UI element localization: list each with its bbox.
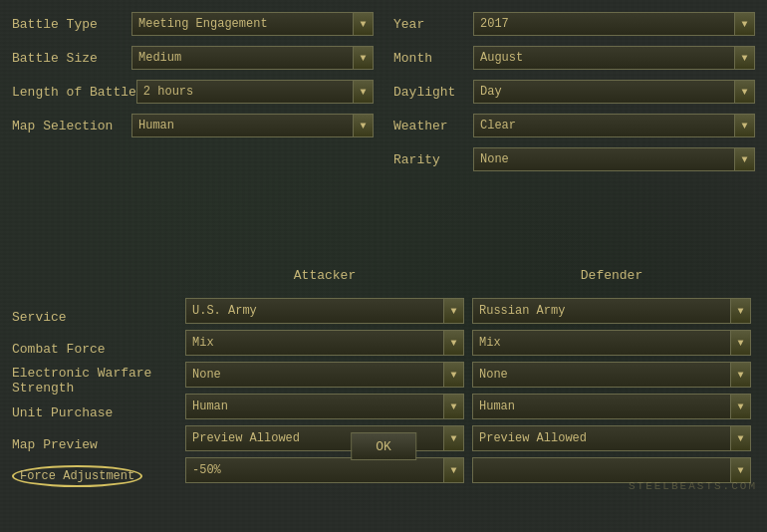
daylight-arrow: ▼	[734, 81, 754, 103]
defender-preview-row: Preview Allowed ▼	[468, 422, 755, 454]
watermark: STEELBEASTS.COM	[629, 480, 757, 492]
attacker-service-row: U.S. Army ▼	[181, 295, 468, 327]
row-labels-col: Service Combat Force Electronic Warfare …	[12, 261, 181, 492]
defender-header: Defender	[468, 261, 755, 289]
daylight-dropdown[interactable]: Day ▼	[473, 80, 755, 104]
length-battle-label: Length of Battle	[12, 85, 136, 100]
force-adjustment-label: Force Adjustment	[12, 460, 181, 492]
defender-service-dropdown[interactable]: Russian Army ▼	[472, 298, 751, 324]
battle-type-arrow: ▼	[353, 13, 373, 35]
month-label: Month	[393, 51, 473, 66]
defender-combat-row: Mix ▼	[468, 327, 755, 359]
daylight-row: Daylight Day ▼	[393, 78, 755, 106]
battle-type-row: Battle Type Meeting Engagement ▼	[12, 10, 374, 38]
battle-size-dropdown[interactable]: Medium ▼	[131, 46, 374, 70]
year-arrow: ▼	[734, 13, 754, 35]
daylight-value: Day	[480, 85, 502, 99]
length-battle-value: 2 hours	[143, 85, 193, 99]
service-label: Service	[12, 301, 181, 333]
defender-combat-dropdown[interactable]: Mix ▼	[472, 330, 751, 356]
attacker-unit-arrow: ▼	[443, 395, 463, 418]
attacker-ew-row: None ▼	[181, 359, 468, 391]
weather-row: Weather Clear ▼	[393, 112, 755, 139]
year-dropdown[interactable]: 2017 ▼	[473, 12, 755, 36]
attacker-service-dropdown[interactable]: U.S. Army ▼	[185, 298, 464, 324]
attacker-preview-row: Preview Allowed ▼	[181, 422, 468, 454]
rarity-dropdown[interactable]: None ▼	[473, 147, 755, 171]
map-selection-dropdown[interactable]: Human ▼	[131, 114, 374, 137]
ok-button[interactable]: OK	[351, 432, 416, 460]
attacker-unit-dropdown[interactable]: Human ▼	[185, 394, 464, 419]
battle-type-dropdown[interactable]: Meeting Engagement ▼	[131, 12, 374, 36]
battle-size-row: Battle Size Medium ▼	[12, 44, 374, 72]
defender-preview-dropdown[interactable]: Preview Allowed ▼	[472, 425, 751, 451]
attacker-unit-value: Human	[192, 399, 228, 413]
map-preview-label: Map Preview	[12, 428, 181, 460]
defender-combat-arrow: ▼	[730, 331, 750, 355]
defender-service-arrow: ▼	[730, 299, 750, 323]
battle-size-arrow: ▼	[353, 47, 373, 69]
defender-unit-dropdown[interactable]: Human ▼	[472, 394, 751, 419]
attacker-force-dropdown[interactable]: -50% ▼	[185, 457, 464, 483]
defender-combat-value: Mix	[479, 336, 501, 350]
attacker-service-value: U.S. Army	[192, 304, 257, 318]
attacker-combat-row: Mix ▼	[181, 327, 468, 359]
month-arrow: ▼	[734, 47, 754, 69]
defender-unit-value: Human	[479, 399, 515, 413]
year-label: Year	[393, 17, 473, 32]
defender-ew-value: None	[479, 368, 508, 382]
map-selection-row: Map Selection Human ▼	[12, 112, 374, 139]
defender-ew-row: None ▼	[468, 359, 755, 391]
attacker-ew-dropdown[interactable]: None ▼	[185, 362, 464, 388]
length-battle-arrow: ▼	[353, 81, 373, 103]
attacker-ew-arrow: ▼	[443, 363, 463, 387]
weather-label: Weather	[393, 119, 473, 133]
attacker-force-value: -50%	[192, 463, 221, 477]
defender-col: Defender Russian Army ▼ Mix ▼ None ▼	[468, 261, 755, 492]
defender-ew-arrow: ▼	[730, 363, 750, 387]
attacker-combat-arrow: ▼	[443, 331, 463, 355]
battle-type-value: Meeting Engagement	[138, 17, 268, 31]
weather-value: Clear	[480, 119, 516, 133]
map-selection-value: Human	[138, 119, 174, 133]
unit-purchase-label: Unit Purchase	[12, 397, 181, 428]
attacker-header: Attacker	[181, 261, 468, 289]
defender-preview-arrow: ▼	[730, 426, 750, 450]
rarity-label: Rarity	[393, 152, 473, 167]
defender-force-arrow: ▼	[730, 458, 750, 482]
battle-size-value: Medium	[138, 51, 181, 65]
defender-service-value: Russian Army	[479, 304, 565, 318]
battle-size-label: Battle Size	[12, 51, 131, 66]
combat-force-label: Combat Force	[12, 333, 181, 365]
attacker-preview-arrow: ▼	[443, 426, 463, 450]
attacker-force-row: -50% ▼	[181, 454, 468, 486]
map-selection-arrow: ▼	[353, 115, 373, 136]
month-value: August	[480, 51, 523, 65]
attacker-col: Attacker U.S. Army ▼ Mix ▼ None ▼	[181, 261, 468, 492]
attacker-combat-dropdown[interactable]: Mix ▼	[185, 330, 464, 356]
attacker-force-arrow: ▼	[443, 458, 463, 482]
attacker-ew-value: None	[192, 368, 221, 382]
attacker-combat-value: Mix	[192, 336, 214, 350]
defender-unit-arrow: ▼	[730, 395, 750, 418]
month-row: Month August ▼	[393, 44, 755, 72]
defender-unit-row: Human ▼	[468, 391, 755, 422]
length-battle-row: Length of Battle 2 hours ▼	[12, 78, 374, 106]
daylight-label: Daylight	[393, 85, 473, 100]
rarity-value: None	[480, 152, 509, 166]
attacker-service-arrow: ▼	[443, 299, 463, 323]
rarity-row: Rarity None ▼	[393, 145, 755, 173]
length-battle-dropdown[interactable]: 2 hours ▼	[136, 80, 374, 104]
weather-arrow: ▼	[734, 115, 754, 136]
rarity-arrow: ▼	[734, 148, 754, 170]
month-dropdown[interactable]: August ▼	[473, 46, 755, 70]
weather-dropdown[interactable]: Clear ▼	[473, 114, 755, 137]
ew-strength-label: Electronic Warfare Strength	[12, 365, 181, 397]
attacker-preview-dropdown[interactable]: Preview Allowed ▼	[185, 425, 464, 451]
defender-preview-value: Preview Allowed	[479, 431, 587, 445]
battle-type-label: Battle Type	[12, 17, 131, 32]
year-row: Year 2017 ▼	[393, 10, 755, 38]
defender-ew-dropdown[interactable]: None ▼	[472, 362, 751, 388]
attacker-preview-value: Preview Allowed	[192, 431, 300, 445]
defender-service-row: Russian Army ▼	[468, 295, 755, 327]
